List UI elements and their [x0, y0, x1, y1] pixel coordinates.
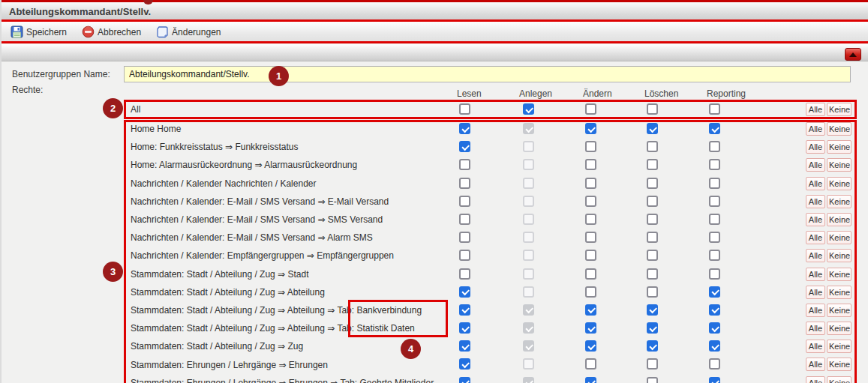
checkbox-anlegen[interactable]	[523, 250, 534, 261]
checkbox-lesen[interactable]	[459, 141, 470, 152]
checkbox-aendern[interactable]	[585, 178, 596, 189]
checkbox-reporting[interactable]	[709, 286, 720, 298]
checkbox-reporting[interactable]	[709, 322, 720, 334]
checkbox-aendern[interactable]	[585, 377, 596, 383]
checkbox-anlegen[interactable]	[523, 214, 534, 225]
checkbox-lesen[interactable]	[459, 304, 470, 316]
checkbox-loeschen[interactable]	[647, 103, 658, 115]
alle-button[interactable]: Alle	[806, 286, 825, 299]
alle-button[interactable]: Alle	[806, 249, 825, 262]
checkbox-reporting[interactable]	[709, 214, 720, 225]
checkbox-lesen[interactable]	[459, 340, 470, 352]
checkbox-aendern[interactable]	[585, 250, 596, 261]
checkbox-anlegen[interactable]	[523, 358, 534, 370]
alle-button[interactable]: Alle	[806, 177, 825, 190]
checkbox-reporting[interactable]	[709, 377, 720, 383]
checkbox-loeschen[interactable]	[647, 250, 658, 261]
checkbox-anlegen[interactable]	[523, 159, 534, 170]
checkbox-loeschen[interactable]	[647, 141, 658, 152]
changes-button[interactable]: Änderungen	[156, 25, 221, 38]
checkbox-anlegen[interactable]	[523, 123, 534, 134]
checkbox-loeschen[interactable]	[647, 178, 658, 189]
checkbox-lesen[interactable]	[459, 268, 470, 280]
group-name-input[interactable]	[124, 66, 851, 82]
checkbox-lesen[interactable]	[459, 250, 470, 261]
keine-button[interactable]: Keine	[827, 358, 851, 371]
checkbox-loeschen[interactable]	[647, 123, 658, 134]
checkbox-anlegen[interactable]	[523, 286, 534, 298]
keine-button[interactable]: Keine	[827, 304, 851, 317]
checkbox-aendern[interactable]	[585, 232, 596, 243]
checkbox-reporting[interactable]	[709, 232, 720, 243]
checkbox-loeschen[interactable]	[647, 159, 658, 170]
checkbox-aendern[interactable]	[585, 322, 596, 334]
checkbox-loeschen[interactable]	[647, 214, 658, 225]
checkbox-reporting[interactable]	[709, 250, 720, 261]
checkbox-reporting[interactable]	[709, 103, 720, 115]
alle-button[interactable]: Alle	[806, 103, 825, 116]
collapse-panel-button[interactable]	[845, 48, 861, 61]
save-button[interactable]: Speichern	[11, 25, 67, 38]
checkbox-anlegen[interactable]	[523, 103, 534, 115]
checkbox-anlegen[interactable]	[523, 322, 534, 334]
checkbox-reporting[interactable]	[709, 304, 720, 316]
checkbox-lesen[interactable]	[459, 123, 470, 134]
checkbox-aendern[interactable]	[585, 141, 596, 152]
checkbox-anlegen[interactable]	[523, 340, 534, 352]
checkbox-loeschen[interactable]	[647, 358, 658, 370]
keine-button[interactable]: Keine	[827, 103, 851, 116]
checkbox-loeschen[interactable]	[647, 340, 658, 352]
alle-button[interactable]: Alle	[806, 231, 825, 244]
checkbox-reporting[interactable]	[709, 268, 720, 280]
checkbox-aendern[interactable]	[585, 196, 596, 207]
checkbox-anlegen[interactable]	[523, 304, 534, 316]
checkbox-loeschen[interactable]	[647, 304, 658, 316]
checkbox-anlegen[interactable]	[523, 268, 534, 280]
cancel-button[interactable]: Abbrechen	[82, 25, 141, 38]
checkbox-anlegen[interactable]	[523, 141, 534, 152]
checkbox-lesen[interactable]	[459, 196, 470, 207]
keine-button[interactable]: Keine	[827, 195, 851, 208]
checkbox-aendern[interactable]	[585, 340, 596, 352]
keine-button[interactable]: Keine	[827, 322, 851, 335]
alle-button[interactable]: Alle	[806, 304, 825, 317]
checkbox-loeschen[interactable]	[647, 232, 658, 243]
checkbox-reporting[interactable]	[709, 178, 720, 189]
checkbox-aendern[interactable]	[585, 123, 596, 134]
checkbox-lesen[interactable]	[459, 214, 470, 225]
checkbox-aendern[interactable]	[585, 268, 596, 280]
keine-button[interactable]: Keine	[827, 213, 851, 226]
checkbox-aendern[interactable]	[585, 358, 596, 370]
alle-button[interactable]: Alle	[806, 140, 825, 154]
alle-button[interactable]: Alle	[806, 268, 825, 281]
checkbox-reporting[interactable]	[709, 196, 720, 207]
checkbox-reporting[interactable]	[709, 358, 720, 370]
checkbox-lesen[interactable]	[459, 322, 470, 334]
keine-button[interactable]: Keine	[827, 122, 851, 136]
alle-button[interactable]: Alle	[806, 358, 825, 371]
checkbox-lesen[interactable]	[459, 178, 470, 189]
keine-button[interactable]: Keine	[827, 268, 851, 281]
keine-button[interactable]: Keine	[827, 376, 851, 383]
keine-button[interactable]: Keine	[827, 158, 851, 172]
keine-button[interactable]: Keine	[827, 286, 851, 299]
checkbox-reporting[interactable]	[709, 141, 720, 152]
checkbox-aendern[interactable]	[585, 103, 596, 115]
checkbox-lesen[interactable]	[459, 286, 470, 298]
checkbox-lesen[interactable]	[459, 358, 470, 370]
checkbox-loeschen[interactable]	[647, 377, 658, 383]
checkbox-anlegen[interactable]	[523, 196, 534, 207]
checkbox-aendern[interactable]	[585, 286, 596, 298]
checkbox-loeschen[interactable]	[647, 322, 658, 334]
checkbox-anlegen[interactable]	[523, 232, 534, 243]
keine-button[interactable]: Keine	[827, 249, 851, 262]
checkbox-reporting[interactable]	[709, 340, 720, 352]
keine-button[interactable]: Keine	[827, 340, 851, 353]
checkbox-anlegen[interactable]	[523, 178, 534, 189]
checkbox-aendern[interactable]	[585, 159, 596, 170]
checkbox-lesen[interactable]	[459, 232, 470, 243]
checkbox-lesen[interactable]	[459, 159, 470, 170]
checkbox-aendern[interactable]	[585, 214, 596, 225]
checkbox-loeschen[interactable]	[647, 196, 658, 207]
keine-button[interactable]: Keine	[827, 177, 851, 190]
